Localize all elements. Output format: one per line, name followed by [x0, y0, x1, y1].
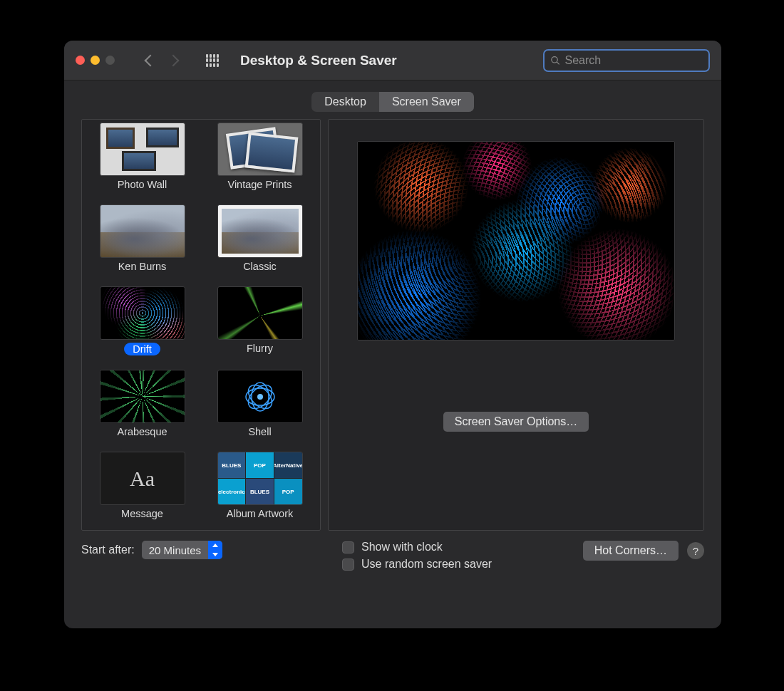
- show-all-icon[interactable]: [206, 54, 219, 67]
- checkbox-icon: [342, 541, 354, 554]
- zoom-window-button[interactable]: [105, 56, 115, 65]
- thumb-album-artwork: BLUESPOPAlterNativeelectronicBLUESPOP: [217, 452, 303, 505]
- nav-buttons: [146, 56, 177, 65]
- screensaver-preview[interactable]: [357, 141, 675, 341]
- thumb-classic: [217, 204, 303, 258]
- hot-corners-button[interactable]: Hot Corners…: [583, 541, 679, 561]
- saver-label: Message: [121, 508, 163, 519]
- content-area: Photo Wall Vintage Prints Ken Burns Clas…: [64, 119, 721, 628]
- start-after-label: Start after:: [81, 544, 135, 556]
- thumb-ken-burns: [100, 204, 185, 258]
- saver-classic[interactable]: Classic: [204, 204, 316, 272]
- saver-label: Shell: [248, 426, 271, 437]
- svg-point-6: [257, 394, 263, 400]
- footer-controls: Start after: 20 Minutes Show with clock …: [81, 531, 704, 571]
- saver-label: Flurry: [247, 343, 273, 354]
- saver-shell[interactable]: Shell: [204, 370, 316, 437]
- thumb-drift: [100, 286, 185, 340]
- thumb-message: Aa: [100, 452, 185, 505]
- tab-row: Desktop Screen Saver: [64, 80, 721, 119]
- search-input[interactable]: [564, 54, 703, 67]
- saver-album-artwork[interactable]: BLUESPOPAlterNativeelectronicBLUESPOP Al…: [204, 452, 316, 519]
- titlebar: Desktop & Screen Saver: [64, 41, 721, 80]
- svg-point-0: [552, 56, 557, 62]
- select-stepper-icon: [208, 541, 222, 559]
- thumb-photo-wall: [100, 123, 185, 176]
- tab-segmented-control: Desktop Screen Saver: [311, 92, 474, 112]
- checkbox-label: Show with clock: [361, 541, 443, 554]
- start-after-value: 20 Minutes: [142, 544, 208, 556]
- thumb-shell: [217, 370, 303, 423]
- traffic-lights: [76, 56, 115, 65]
- thumb-flurry: [217, 286, 303, 340]
- random-saver-checkbox[interactable]: Use random screen saver: [342, 558, 564, 571]
- preview-panel: Screen Saver Options…: [328, 119, 704, 531]
- saver-label-selected: Drift: [124, 343, 160, 355]
- back-button[interactable]: [145, 54, 157, 66]
- preferences-window: Desktop & Screen Saver Desktop Screen Sa…: [64, 41, 721, 628]
- saver-label: Arabesque: [117, 426, 167, 437]
- saver-photo-wall[interactable]: Photo Wall: [86, 123, 198, 190]
- window-title: Desktop & Screen Saver: [240, 53, 397, 68]
- saver-label: Vintage Prints: [227, 179, 292, 190]
- checkbox-icon: [342, 558, 354, 571]
- thumb-arabesque: [100, 370, 185, 423]
- saver-message[interactable]: Aa Message: [86, 452, 198, 519]
- help-button[interactable]: ?: [687, 542, 704, 559]
- saver-drift[interactable]: Drift: [86, 286, 198, 355]
- saver-label: Photo Wall: [118, 179, 167, 190]
- saver-flurry[interactable]: Flurry: [204, 286, 316, 355]
- search-field[interactable]: [543, 49, 710, 72]
- thumb-vintage-prints: [217, 123, 303, 176]
- tab-screen-saver[interactable]: Screen Saver: [379, 92, 474, 112]
- saver-ken-burns[interactable]: Ken Burns: [86, 204, 198, 272]
- tab-desktop[interactable]: Desktop: [311, 92, 379, 112]
- screensaver-list[interactable]: Photo Wall Vintage Prints Ken Burns Clas…: [81, 119, 321, 531]
- saver-arabesque[interactable]: Arabesque: [86, 370, 198, 437]
- svg-line-1: [557, 62, 559, 64]
- checkbox-label: Use random screen saver: [361, 558, 492, 571]
- saver-label: Ken Burns: [118, 261, 167, 272]
- minimize-window-button[interactable]: [91, 56, 100, 65]
- saver-vintage-prints[interactable]: Vintage Prints: [204, 123, 316, 190]
- saver-label: Classic: [243, 261, 277, 272]
- forward-button: [167, 54, 180, 66]
- saver-label: Album Artwork: [227, 508, 293, 519]
- show-with-clock-checkbox[interactable]: Show with clock: [342, 541, 564, 554]
- start-after-select[interactable]: 20 Minutes: [142, 541, 222, 559]
- close-window-button[interactable]: [76, 56, 85, 65]
- screen-saver-options-button[interactable]: Screen Saver Options…: [443, 412, 589, 432]
- search-icon: [550, 55, 560, 66]
